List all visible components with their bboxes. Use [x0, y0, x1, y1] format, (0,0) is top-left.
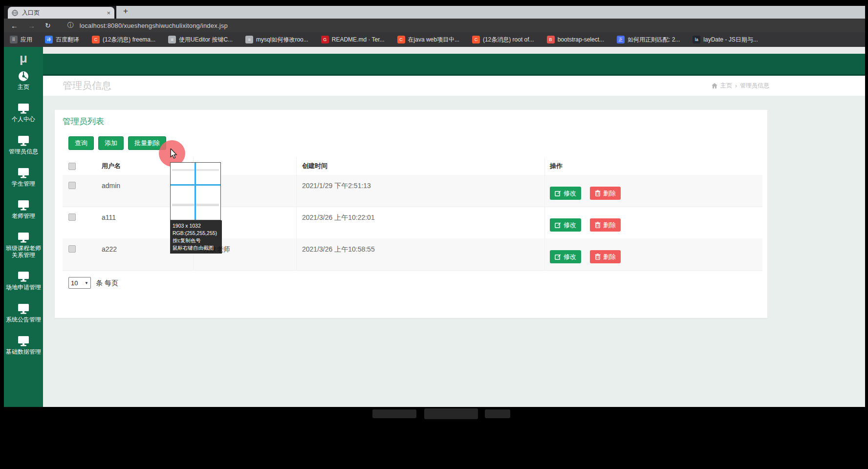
sidebar-item-venue-apply[interactable]: 场地申请管理 [4, 271, 43, 301]
breadcrumb: 主页 › 管理员信息 [712, 76, 769, 96]
delete-button[interactable]: 删除 [590, 218, 621, 232]
sidebar-item-announcement[interactable]: 系统公告管理 [4, 303, 43, 333]
monitor-icon [17, 232, 30, 243]
cell-created: 2021/3/26 上午10:22:01 [302, 213, 375, 222]
column-header-created: 创建时间 [302, 157, 327, 175]
bookmark-csdn-javaweb[interactable]: C 在java web项目中... [397, 36, 459, 44]
bookmark-label: 使用UEditor 按键C... [179, 36, 233, 44]
bookmark-label: layDate - JS日期与... [703, 36, 758, 44]
new-tab-button[interactable]: + [123, 6, 128, 16]
app-navbar [43, 54, 865, 76]
bookmark-bootstrap-select[interactable]: B bootstrap-select... [547, 36, 604, 43]
column-divider [544, 157, 545, 270]
breadcrumb-current: 管理员信息 [740, 82, 769, 90]
bookmark-label: (12条消息) freema... [103, 36, 155, 44]
bookmark-regex[interactable]: 正 如何用正则匹配: 2... [617, 36, 680, 44]
tab-close-icon[interactable]: × [107, 9, 110, 17]
back-icon[interactable]: ← [11, 21, 18, 30]
sidebar: μ 主页 个人中心 [4, 47, 43, 407]
monitor-icon [17, 167, 30, 179]
row-checkbox[interactable] [68, 213, 76, 221]
bootstrap-icon: B [547, 36, 555, 43]
tab-title: 入口页 [22, 9, 107, 17]
page-content: μ 主页 个人中心 [4, 47, 865, 407]
cell-username: a222 [102, 245, 117, 253]
sidebar-item-teacher-mgmt[interactable]: 老师管理 [4, 199, 43, 230]
bookmark-csdn-root[interactable]: C (12条消息) root of... [472, 36, 534, 44]
sidebar-item-base-data[interactable]: 基础数据管理 [4, 335, 43, 365]
bookmark-mysql[interactable]: ≡ mysql如何修改roo... [245, 36, 308, 44]
edit-button[interactable]: 修改 [550, 187, 581, 200]
delete-button[interactable]: 删除 [590, 187, 621, 200]
tab-strip-rest: + [116, 6, 865, 19]
sidebar-item-home[interactable]: 主页 [4, 70, 43, 101]
add-button[interactable]: 添加 [98, 136, 124, 150]
sidebar-item-student-mgmt[interactable]: 学生管理 [4, 167, 43, 197]
sidebar-item-admin-info[interactable]: 管理员信息 [4, 135, 43, 165]
tab-strip: 入口页 × + [4, 6, 865, 19]
csdn-icon: C [397, 36, 405, 43]
page-header: 管理员信息 主页 › 管理员信息 [43, 76, 865, 96]
layui-icon: la [693, 36, 700, 43]
bookmark-ueditor[interactable]: ≡ 使用UEditor 按键C... [168, 36, 233, 44]
table-row: a222 行政老师 2021/3/26 上午10:58:55 修改 删除 [63, 238, 762, 270]
url-field[interactable]: localhost:8080/xueshengshiwuchulixitong/… [80, 22, 228, 29]
bookmark-apps[interactable]: ⠿ 应用 [10, 36, 32, 44]
edit-button[interactable]: 修改 [550, 218, 581, 232]
row-separator [63, 270, 762, 271]
select-all-checkbox[interactable] [68, 163, 76, 170]
sidebar-item-label: 老师管理 [4, 213, 43, 219]
cell-username: admin [102, 182, 120, 190]
screen: 入口页 × + ← → ↻ ⓘ localhost:8080/xueshengs… [0, 0, 868, 469]
sidebar-item-label: 系统公告管理 [4, 316, 43, 323]
site-info-icon[interactable]: ⓘ [67, 21, 74, 30]
edit-button[interactable]: 修改 [550, 250, 581, 263]
breadcrumb-home[interactable]: 主页 [720, 82, 732, 90]
bookmark-baidu-translate[interactable]: 译 百度翻译 [45, 36, 79, 44]
sidebar-nav: 主页 个人中心 管理员信息 [4, 70, 43, 367]
card-title: 管理员列表 [63, 116, 104, 127]
sidebar-item-label: 场地申请管理 [4, 284, 43, 291]
delete-button[interactable]: 删除 [590, 250, 621, 263]
row-checkbox[interactable] [68, 182, 76, 189]
bookmark-label: README.md · Ter... [332, 36, 385, 43]
reload-icon[interactable]: ↻ [45, 21, 51, 29]
globe-icon [12, 10, 18, 16]
page-icon: ≡ [245, 36, 253, 43]
delete-button-label: 删除 [603, 221, 616, 230]
bookmark-label: 如何用正则匹配: 2... [628, 36, 680, 44]
admin-list-card: 管理员列表 查询 添加 批量删除 用户名 创建时间 操作 ad [55, 110, 767, 318]
forward-icon[interactable]: → [28, 21, 35, 30]
home-icon [712, 83, 717, 88]
bookmark-label: mysql如何修改roo... [256, 36, 308, 44]
page-size-select[interactable]: 10 ▼ [68, 277, 91, 289]
sidebar-item-profile[interactable]: 个人中心 [4, 103, 43, 133]
query-button[interactable]: 查询 [68, 136, 94, 150]
sidebar-item-label: 个人中心 [4, 116, 43, 123]
table-row: a111 2021/3/26 上午10:22:01 修改 删除 [63, 207, 762, 238]
browser-toolbar: ← → ↻ ⓘ localhost:8080/xueshengshiwuchul… [4, 19, 865, 32]
page-top-strip [43, 47, 865, 54]
magnifier-overlay [170, 162, 221, 220]
bookmark-csdn-freemarker[interactable]: C (12条消息) freema... [92, 36, 155, 44]
watermark-fragment [485, 409, 510, 418]
crosshair-vertical [195, 163, 196, 220]
watermark-fragment [372, 409, 416, 418]
row-checkbox[interactable] [68, 245, 76, 253]
sidebar-item-class-course-teacher[interactable]: 班级课程老师关系管理 [4, 232, 43, 269]
bookmark-laydate[interactable]: la layDate - JS日期与... [693, 36, 758, 44]
column-header-username: 用户名 [102, 157, 121, 175]
bookmark-label: bootstrap-select... [558, 36, 604, 43]
monitor-icon [17, 135, 30, 147]
delete-button-label: 删除 [603, 253, 616, 261]
cell-username: a111 [102, 213, 116, 221]
edit-button-label: 修改 [564, 221, 576, 230]
page-size-value: 10 [71, 279, 78, 287]
bookmark-gitee-readme[interactable]: G README.md · Ter... [321, 36, 385, 43]
app-logo: μ [4, 51, 43, 66]
browser-tab[interactable]: 入口页 × [8, 7, 114, 19]
mouse-cursor-icon [170, 149, 179, 161]
monitor-icon [17, 103, 30, 114]
cell-created: 2021/3/26 上午10:58:55 [302, 245, 375, 254]
tooltip-copy-hint: 按c复制色号 [173, 237, 219, 244]
